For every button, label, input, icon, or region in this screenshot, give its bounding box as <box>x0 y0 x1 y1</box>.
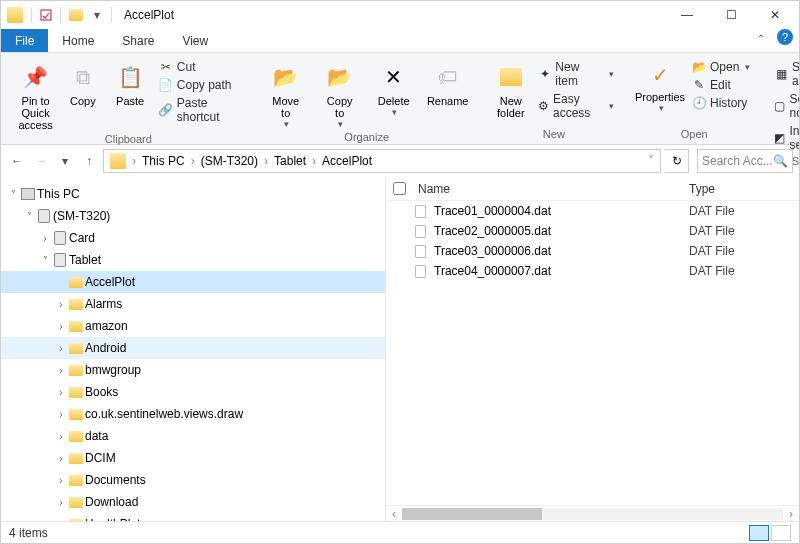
tree-item-label: Tablet <box>69 253 101 267</box>
file-row[interactable]: Trace01_0000004.datDAT File <box>386 201 799 221</box>
edit-button[interactable]: ✎Edit <box>690 77 752 93</box>
col-type[interactable]: Type <box>689 182 799 196</box>
select-all-checkbox[interactable] <box>393 182 406 195</box>
search-input[interactable]: Search Acc... 🔍 <box>697 149 793 173</box>
tree-item[interactable]: ›Alarms <box>1 293 386 315</box>
column-headers[interactable]: Name Type <box>386 177 799 201</box>
scroll-thumb[interactable] <box>402 508 542 520</box>
nav-recent-button[interactable]: ▾ <box>55 151 75 171</box>
breadcrumb-seg-1[interactable]: (SM-T320) <box>197 154 262 168</box>
tree-item-label: This PC <box>37 187 80 201</box>
expand-icon[interactable]: › <box>55 497 67 508</box>
select-all-button[interactable]: ▦Select all <box>772 59 800 89</box>
paste-button[interactable]: 📋 Paste <box>110 57 151 107</box>
expand-icon[interactable]: › <box>55 453 67 464</box>
copy-path-button[interactable]: 📄Copy path <box>157 77 242 93</box>
expand-icon[interactable]: › <box>55 321 67 332</box>
tree-item[interactable]: ›Android <box>1 337 386 359</box>
close-button[interactable]: ✕ <box>753 1 797 29</box>
tree-item[interactable]: ›bmwgroup <box>1 359 386 381</box>
expand-icon[interactable]: › <box>39 233 51 244</box>
rename-button[interactable]: 🏷Rename <box>424 57 472 107</box>
tree-item-label: AccelPlot <box>85 275 135 289</box>
tab-view[interactable]: View <box>168 29 222 52</box>
scroll-right-icon[interactable]: › <box>783 507 799 521</box>
tree-item[interactable]: ›DCIM <box>1 447 386 469</box>
nav-up-button[interactable]: ↑ <box>79 151 99 171</box>
tree-item[interactable]: ›Download <box>1 491 386 513</box>
file-row[interactable]: Trace04_0000007.datDAT File <box>386 261 799 281</box>
new-folder-button[interactable]: New folder <box>492 57 530 119</box>
expand-icon[interactable]: ˅ <box>23 211 35 222</box>
horizontal-scrollbar[interactable]: ‹ › <box>386 505 799 521</box>
expand-icon[interactable]: › <box>55 387 67 398</box>
tree-item[interactable]: ›Card <box>1 227 386 249</box>
select-none-button[interactable]: ▢Select none <box>772 91 800 121</box>
tree-item[interactable]: ›data <box>1 425 386 447</box>
expand-icon[interactable]: › <box>55 431 67 442</box>
view-details-button[interactable] <box>749 525 769 541</box>
expand-icon[interactable]: › <box>55 299 67 310</box>
expand-icon[interactable]: › <box>55 519 67 522</box>
file-type: DAT File <box>689 204 799 218</box>
qat-folder-icon[interactable] <box>69 9 83 21</box>
tree-item[interactable]: ›co.uk.sentinelweb.views.draw <box>1 403 386 425</box>
expand-icon[interactable]: › <box>55 475 67 486</box>
expand-icon[interactable]: ˅ <box>7 189 19 200</box>
expand-icon[interactable]: ˅ <box>39 255 51 266</box>
cut-button[interactable]: ✂Cut <box>157 59 242 75</box>
breadcrumb-seg-0[interactable]: This PC <box>138 154 189 168</box>
maximize-button[interactable]: ☐ <box>709 1 753 29</box>
fld-icon <box>67 343 85 354</box>
tab-home[interactable]: Home <box>48 29 108 52</box>
help-icon[interactable]: ? <box>777 29 793 45</box>
pasteshortcut-icon: 🔗 <box>159 103 173 117</box>
copy-button[interactable]: ⧉ Copy <box>62 57 103 107</box>
open-button[interactable]: 📂Open <box>690 59 752 75</box>
new-item-button[interactable]: ✦New item <box>536 59 616 89</box>
expand-icon[interactable]: › <box>55 343 67 354</box>
nav-back-button[interactable]: ← <box>7 151 27 171</box>
tree-item[interactable]: ›HealthPlot <box>1 513 386 521</box>
qat-properties-icon[interactable] <box>39 8 53 22</box>
breadcrumb[interactable]: › This PC › (SM-T320) › Tablet › AccelPl… <box>103 149 661 173</box>
tab-file[interactable]: File <box>1 29 48 52</box>
ribbon-collapse-icon[interactable]: ˆ <box>751 29 771 52</box>
paste-shortcut-button[interactable]: 🔗Paste shortcut <box>157 95 242 125</box>
expand-icon[interactable]: › <box>55 409 67 420</box>
tree-item[interactable]: ›Books <box>1 381 386 403</box>
refresh-button[interactable]: ↻ <box>665 149 689 173</box>
minimize-button[interactable]: — <box>665 1 709 29</box>
tree-item[interactable]: AccelPlot <box>1 271 386 293</box>
delete-button[interactable]: ✕Delete <box>370 57 418 117</box>
breadcrumb-seg-3[interactable]: AccelPlot <box>318 154 376 168</box>
breadcrumb-history-icon[interactable]: ˅ <box>644 154 658 168</box>
pin-quickaccess-button[interactable]: 📌 Pin to Quick access <box>15 57 56 131</box>
scroll-left-icon[interactable]: ‹ <box>386 507 402 521</box>
nav-forward-button[interactable]: → <box>31 151 51 171</box>
tree-item[interactable]: ›amazon <box>1 315 386 337</box>
tree-item-label: Card <box>69 231 95 245</box>
file-row[interactable]: Trace03_0000006.datDAT File <box>386 241 799 261</box>
expand-icon[interactable]: › <box>55 365 67 376</box>
file-name: Trace04_0000007.dat <box>428 264 689 278</box>
file-row[interactable]: Trace02_0000005.datDAT File <box>386 221 799 241</box>
breadcrumb-seg-2[interactable]: Tablet <box>270 154 310 168</box>
tree-item[interactable]: ˅Tablet <box>1 249 386 271</box>
view-icons-button[interactable] <box>771 525 791 541</box>
file-list[interactable]: Trace01_0000004.datDAT FileTrace02_00000… <box>386 201 799 505</box>
copy-to-button[interactable]: 📂Copy to <box>316 57 364 129</box>
tree-item[interactable]: ˅This PC <box>1 183 386 205</box>
nav-tree[interactable]: ˅This PC˅(SM-T320)›Card˅TabletAccelPlot›… <box>1 177 386 521</box>
tree-item[interactable]: ˅(SM-T320) <box>1 205 386 227</box>
move-to-button[interactable]: 📂Move to <box>262 57 310 129</box>
qat-customize-icon[interactable]: ▾ <box>90 8 104 22</box>
history-button[interactable]: 🕘History <box>690 95 752 111</box>
tree-item-label: data <box>85 429 108 443</box>
breadcrumb-folder-icon <box>110 153 126 169</box>
col-name[interactable]: Name <box>412 182 689 196</box>
properties-button[interactable]: ✓Properties <box>636 57 684 113</box>
easy-access-button[interactable]: ⚙Easy access <box>536 91 616 121</box>
tab-share[interactable]: Share <box>108 29 168 52</box>
tree-item[interactable]: ›Documents <box>1 469 386 491</box>
